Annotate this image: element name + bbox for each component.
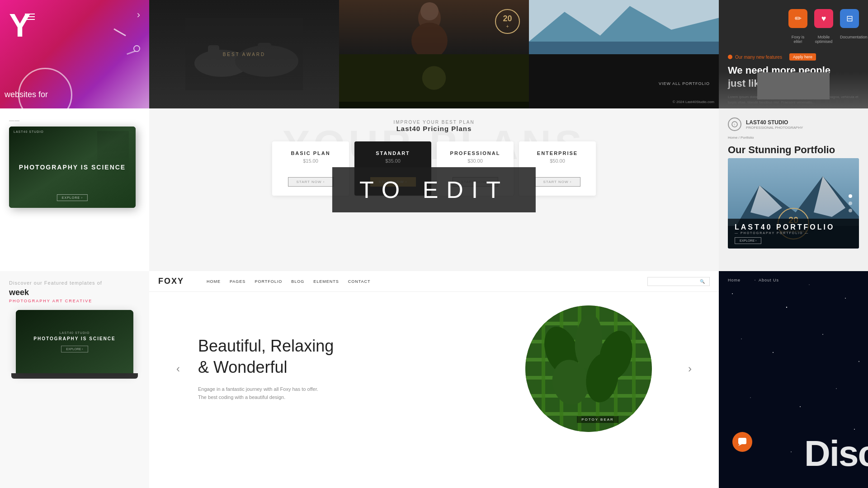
plan-enterprise-name: ENTERPRISE [526,150,589,156]
preview-woman-silhouette [97,131,129,185]
svg-rect-9 [529,42,719,54]
svg-point-49 [800,406,801,407]
laptop-decoration [719,72,868,108]
next-arrow[interactable]: › [688,362,692,375]
plant-label: POTOY BEAR [577,416,618,423]
cell-bot-right: Home About Us Disc [719,271,868,488]
grid-icon-box[interactable]: ⊟ [840,9,859,28]
nav-portfolio[interactable]: PORTFOLIO [255,279,282,284]
cell-bot-center: FOXY HOME PAGES PORTFOLIO BLOG ELEMENTS … [149,271,719,488]
hamburger-icon[interactable] [25,14,35,20]
apply-here-button[interactable]: Apply here [789,53,816,61]
plan-basic-btn[interactable]: START NOW › [288,177,334,187]
portfolio-breadcrumb: Home / Portfolio [719,136,868,140]
cell-bot-left: Discover our Featured templates of week … [0,271,149,488]
nav-elements[interactable]: ELEMENTS [313,279,339,284]
orange-dot [728,55,732,59]
laptop-logo: LAST40 STUDIO [33,331,115,334]
svg-point-48 [750,397,750,398]
cell-top-left: Y › websites for [0,0,149,108]
portfolio-title-bar: LAST40 PORTFOLIO — PHOTOGRAPHY PORTFOLIO… [728,219,859,249]
portfolio-explore-btn[interactable]: EXPLORE › [735,237,761,244]
svg-point-40 [755,280,755,281]
dark-scene-svg [339,54,529,108]
copyright-text: © 2024 Last40Studio.com [673,100,714,104]
foxy-body-text: Engage in a fantastic journey with all F… [198,385,507,402]
dot-2[interactable] [849,202,852,205]
photo-dark-overlay: BEST AWARD [149,0,339,108]
websites-text: websites for [5,90,48,99]
photo-grid: BEST AWARD 20 + [149,0,719,108]
icon-row: ✏ ♥ ⊟ [728,9,859,28]
photo-cell-horses: BEST AWARD [149,0,339,108]
prev-arrow[interactable]: ‹ [176,362,180,375]
portfolio-logo-name: LAST40 STUDIO [746,119,803,126]
nav-pages[interactable]: PAGES [230,279,245,284]
svg-point-45 [773,352,774,353]
chevron-right-icon[interactable]: › [137,9,140,21]
tag-text: Our many new features [735,55,782,60]
dot-3[interactable] [849,209,852,212]
cell-mid-center: IMPROVE YOUR BEST PLAN Last40 Pricing Pl… [149,108,719,271]
orange-tag: Our many new features Apply here [728,53,816,61]
svg-point-47 [859,361,860,362]
laptop-content: LAST40 STUDIO PHOTOGRAPHY IS SCIENCE EXP… [33,331,115,352]
leaf-svg [525,305,652,432]
nav-blog[interactable]: BLOG [291,279,304,284]
plan-professional-name: PROFESSIONAL [443,150,507,156]
view-portfolio-text[interactable]: VIEW ALL PORTFOLIO [659,81,710,86]
preview-explore-btn[interactable]: EXPLORE › [57,194,88,201]
search-icon[interactable]: 🔍 [700,279,705,284]
preview-laptop[interactable]: LAST40 STUDIO PHOTOGRAPHY IS SCIENCE EXP… [16,310,133,373]
nav-home[interactable]: HOME [207,279,221,284]
portfolio-title-text: LAST40 PORTFOLIO [735,223,852,231]
cell-mid-left: —— LAST40 STUDIO PHOTOGRAPHY IS SCIENCE … [0,108,149,271]
plan-enterprise-price: $50.00 [526,158,589,164]
portfolio-heading: Our Stunning Portfolio [719,144,868,156]
photo-cell-dark-scene [339,54,529,108]
plan-enterprise-btn[interactable]: START NOW › [535,177,580,187]
svg-rect-12 [339,102,529,108]
chat-icon [737,437,747,447]
horses-svg [185,18,303,90]
svg-text:L: L [734,123,736,126]
leaf-circle [525,305,652,432]
cell-top-right: ✏ ♥ ⊟ Foxy is elite! Mobile optimised Do… [719,0,868,108]
foxy-logo: FOXY [158,277,184,286]
svg-point-6 [411,23,448,54]
plan-professional-price: $30.00 [443,158,507,164]
nav-contact[interactable]: CONTACT [348,279,371,284]
foxy-main-title: Beautiful, Relaxing& Wonderful [198,336,507,378]
cell-mid-right: L LAST40 STUDIO PROFESSIONAL PHOTOGRAPHY… [719,108,868,271]
svg-rect-54 [738,438,746,444]
mid-left-dash: —— [9,117,140,123]
search-input[interactable] [652,279,698,284]
heart-icon-box[interactable]: ♥ [814,9,833,28]
discover-text: Discover our Featured templates of [9,280,140,286]
documentation-label: Documentation [840,35,859,44]
portfolio-logo-sub: PROFESSIONAL PHOTOGRAPHY [746,126,803,130]
foxy-content: ‹ Beautiful, Relaxing& Wonderful Engage … [149,292,719,446]
portfolio-image-area: 20 + YEARS EXPERIENCE LAST40 PORTFOLIO —… [728,158,859,249]
foxy-nav-links: HOME PAGES PORTFOLIO BLOG ELEMENTS CONTA… [207,279,371,284]
cell-top-center: BEST AWARD 20 + [149,0,719,108]
photography-preview-card[interactable]: LAST40 STUDIO PHOTOGRAPHY IS SCIENCE EXP… [9,127,136,208]
foxy-navigation: FOXY HOME PAGES PORTFOLIO BLOG ELEMENTS … [149,271,719,292]
photo-cell-landscape [529,0,719,54]
icon-labels-row: Foxy is elite! Mobile optimised Document… [728,35,859,44]
search-box[interactable]: 🔍 [647,277,710,286]
dot-1[interactable] [849,194,852,198]
laptop-explore-btn[interactable]: EXPLORE › [61,346,88,352]
template-subtitle: PHOTOGRAPHY ART CREATIVE [9,299,140,303]
svg-point-52 [791,451,792,452]
chat-bubble[interactable] [732,432,752,452]
laptop-base [11,373,138,379]
laptop-screen: LAST40 STUDIO PHOTOGRAPHY IS SCIENCE EXP… [16,310,133,373]
laptop-screen-shape [757,72,830,99]
portfolio-header-bar: L LAST40 STUDIO PROFESSIONAL PHOTOGRAPHY [719,108,868,136]
dots-navigation[interactable] [849,194,852,212]
photo-woman-bg: 20 + [339,0,529,54]
plan-standart-name: STANDART [361,150,425,156]
edit-icon-box[interactable]: ✏ [788,9,807,28]
disco-text: Disc [804,433,868,474]
